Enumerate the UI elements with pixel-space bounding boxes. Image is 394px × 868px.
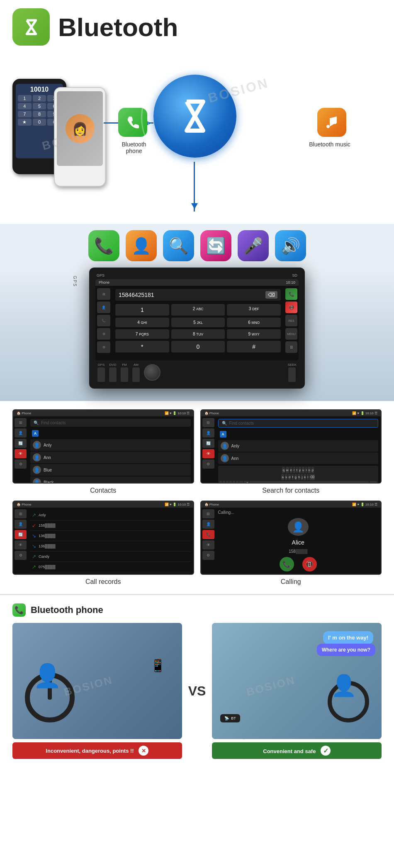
contact-ann-name: Ann bbox=[44, 455, 51, 460]
cr-sidebar-search[interactable]: 👁 bbox=[15, 540, 27, 549]
volume-knob[interactable] bbox=[144, 364, 161, 381]
record-candy[interactable]: ↗ Candy bbox=[30, 552, 191, 562]
record-075[interactable]: ↗ 075████ bbox=[30, 562, 191, 572]
contact-blue[interactable]: 👤 Blue bbox=[30, 464, 191, 476]
key-7[interactable]: 7 PQRS bbox=[115, 329, 169, 339]
calling-sidebar-5[interactable]: ⚙ bbox=[202, 551, 214, 560]
key-1[interactable]: 1 bbox=[115, 304, 169, 316]
calling-sidebar-1[interactable]: ⊞ bbox=[202, 509, 214, 518]
app-icon-mic[interactable]: 🎤 bbox=[238, 230, 269, 261]
key-8[interactable]: 8 TUV bbox=[171, 329, 225, 339]
sidebar-settings[interactable]: ⚙ bbox=[97, 328, 110, 340]
res-btn[interactable]: RES bbox=[285, 315, 297, 326]
app-icon-calls[interactable]: 🔄 bbox=[200, 230, 231, 261]
search-anly[interactable]: 👤 Anly bbox=[218, 440, 379, 452]
search-ann[interactable]: 👤 Ann bbox=[218, 452, 379, 464]
kb-t[interactable]: t bbox=[296, 467, 298, 473]
sidebar-calls-btn[interactable]: 🔄 bbox=[15, 439, 27, 448]
kb-x[interactable]: x bbox=[223, 481, 225, 484]
kb-r[interactable]: r bbox=[293, 467, 295, 473]
app-icon-contact[interactable]: 👤 bbox=[126, 230, 157, 261]
kb-k[interactable]: k bbox=[304, 474, 306, 480]
calling-sidebar-3[interactable]: 📞 bbox=[202, 530, 214, 539]
search-sidebar-calls[interactable]: 🔄 bbox=[202, 439, 214, 448]
call-btn[interactable]: 📞 bbox=[285, 288, 297, 300]
kb-m[interactable]: m bbox=[239, 481, 243, 484]
contact-black[interactable]: 👤 Black bbox=[30, 477, 191, 484]
kb-z[interactable]: z bbox=[219, 481, 222, 484]
search-sidebar-contact[interactable]: 👤 bbox=[202, 428, 214, 438]
kb-b[interactable]: b bbox=[233, 481, 235, 484]
kb-next[interactable]: Next bbox=[370, 481, 377, 484]
menu-btn[interactable]: MENU bbox=[285, 328, 297, 340]
kb-u[interactable]: u bbox=[302, 467, 304, 473]
sidebar-config[interactable]: ⚙ bbox=[97, 341, 110, 353]
sidebar-contact[interactable]: 👤 bbox=[97, 301, 110, 313]
kb-j[interactable]: j bbox=[301, 474, 303, 480]
key-2[interactable]: 2 ABC bbox=[171, 304, 225, 316]
kb-del[interactable]: ⌫ bbox=[309, 474, 315, 480]
kb-c[interactable]: c bbox=[226, 481, 229, 484]
kb-mic[interactable]: 🎤 bbox=[244, 481, 249, 484]
kb-n[interactable]: n bbox=[236, 481, 238, 484]
end-call-btn[interactable]: 📵 bbox=[285, 301, 297, 313]
cr-sidebar-active[interactable]: 🔄 bbox=[15, 530, 27, 539]
kb-space[interactable]: ___ bbox=[250, 481, 368, 484]
record-anly[interactable]: ↗ Anly bbox=[30, 510, 191, 520]
key-hash[interactable]: # bbox=[227, 341, 281, 353]
kb-g[interactable]: g bbox=[294, 474, 297, 480]
kb-i[interactable]: i bbox=[305, 467, 307, 473]
kb-y[interactable]: y bbox=[299, 467, 301, 473]
sidebar-settings-btn[interactable]: ⚙ bbox=[15, 460, 27, 469]
app-icon-phone[interactable]: 📞 bbox=[88, 230, 119, 261]
calling-sidebar-2[interactable]: 👤 bbox=[202, 520, 214, 529]
answer-btn[interactable]: 📞 bbox=[280, 557, 294, 571]
kb-l[interactable]: l bbox=[307, 474, 309, 480]
record-158[interactable]: ↙ 158████ bbox=[30, 520, 191, 531]
cr-sidebar-settings[interactable]: ⚙ bbox=[15, 551, 27, 560]
key-4[interactable]: 4 GHI bbox=[115, 318, 169, 327]
key-3[interactable]: 3 DEF bbox=[227, 304, 281, 316]
key-5[interactable]: 5 JKL bbox=[171, 318, 225, 327]
device-screen: Phone 10:10 ⊞ 👤 📞 ⚙ ⚙ bbox=[95, 279, 299, 360]
kb-d[interactable]: d bbox=[288, 474, 291, 480]
kb-w[interactable]: w bbox=[286, 467, 289, 473]
calling-title: 🏠 Phone bbox=[204, 503, 219, 506]
sidebar-calls[interactable]: 📞 bbox=[97, 315, 110, 326]
cr-sidebar-grid[interactable]: ⊞ bbox=[15, 509, 27, 518]
search-sidebar-active[interactable]: 👁 bbox=[202, 449, 214, 458]
backspace-icon[interactable]: ⌫ bbox=[265, 291, 277, 299]
calling-main: Calling... 👤 Alice 158████ 📞 📵 bbox=[216, 508, 381, 574]
record-136[interactable]: ↘ 136████ bbox=[30, 531, 191, 541]
kb-h[interactable]: h bbox=[298, 474, 300, 480]
search-bar-active[interactable]: 🔍 Find contacts bbox=[218, 419, 379, 428]
search-sidebar-grid[interactable]: ⊞ bbox=[202, 418, 214, 427]
contact-anly[interactable]: 👤 Anly bbox=[30, 439, 191, 451]
record-136b[interactable]: ↘ 136████ bbox=[30, 541, 191, 552]
key-star[interactable]: * bbox=[115, 341, 169, 353]
kb-p[interactable]: p bbox=[311, 467, 314, 473]
key-9[interactable]: 9 WXY bbox=[227, 329, 281, 339]
key-0[interactable]: 0 bbox=[171, 341, 225, 353]
decline-btn[interactable]: 📵 bbox=[302, 557, 317, 571]
key-6[interactable]: 6 MNO bbox=[227, 318, 281, 327]
kb-q[interactable]: q bbox=[282, 467, 285, 473]
search-sidebar-settings[interactable]: ⚙ bbox=[202, 460, 214, 469]
sidebar-grid[interactable]: ⊞ bbox=[97, 288, 110, 300]
kb-v[interactable]: v bbox=[229, 481, 232, 484]
app-icon-speaker[interactable]: 🔊 bbox=[275, 230, 306, 261]
sidebar-grid-btn[interactable]: ⊞ bbox=[15, 418, 27, 427]
pause-btn[interactable]: ⏸ bbox=[285, 341, 297, 353]
calling-sidebar-4[interactable]: 👁 bbox=[202, 540, 214, 549]
app-icon-search[interactable]: 🔍 bbox=[163, 230, 194, 261]
kb-f[interactable]: f bbox=[292, 474, 293, 480]
contacts-search-bar[interactable]: 🔍 Find contacts bbox=[30, 419, 191, 427]
kb-a[interactable]: a bbox=[281, 474, 284, 480]
contact-ann[interactable]: 👤 Ann bbox=[30, 452, 191, 463]
sidebar-contact-btn[interactable]: 👤 bbox=[15, 428, 27, 438]
kb-s[interactable]: s bbox=[285, 474, 287, 480]
kb-o[interactable]: o bbox=[308, 467, 310, 473]
sidebar-active-btn[interactable]: 👁 bbox=[15, 449, 27, 458]
cr-sidebar-contact[interactable]: 👤 bbox=[15, 520, 27, 529]
kb-e[interactable]: e bbox=[290, 467, 292, 473]
